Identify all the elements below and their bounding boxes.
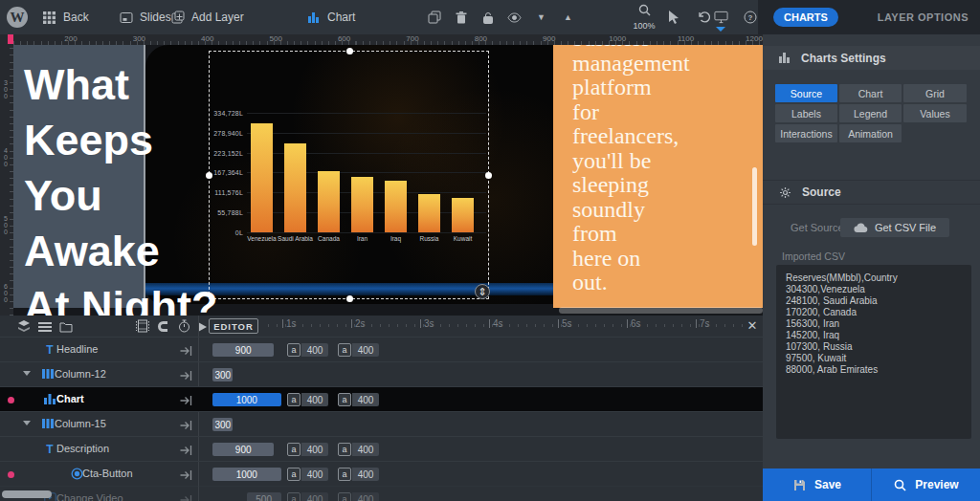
- horizontal-scrollbar-track[interactable]: [559, 307, 763, 314]
- monitor-icon[interactable]: [714, 10, 728, 24]
- jump-to-end-icon[interactable]: [180, 492, 193, 501]
- timeline-row-change-video[interactable]: Change Video500a400a400: [0, 486, 763, 501]
- slides-icon: [119, 11, 133, 25]
- duration-bar[interactable]: 1000: [212, 393, 281, 406]
- tab-grid[interactable]: Grid: [903, 84, 967, 102]
- resize-handle-right[interactable]: [485, 172, 492, 179]
- animation-chip[interactable]: a400: [338, 468, 379, 481]
- stopwatch-icon[interactable]: [178, 319, 191, 333]
- wordpress-logo-icon[interactable]: W: [7, 7, 28, 28]
- layer-options-button[interactable]: LAYER OPTIONS: [878, 0, 969, 34]
- timeline-row-description[interactable]: TDescription900a400a400: [0, 436, 763, 461]
- duration-bar[interactable]: 900: [212, 443, 274, 456]
- layer-track[interactable]: 300: [198, 412, 763, 437]
- animation-chip[interactable]: a400: [338, 492, 379, 501]
- animation-chip[interactable]: a400: [287, 443, 328, 456]
- layer-track[interactable]: 900a400a400: [198, 338, 763, 362]
- jump-to-end-icon[interactable]: [180, 393, 193, 406]
- get-csv-file-button[interactable]: Get CSV File: [840, 218, 949, 237]
- vertical-scrollbar-thumb[interactable]: [752, 167, 757, 246]
- visibility-icon[interactable]: [507, 11, 522, 25]
- duration-bar[interactable]: 300: [212, 418, 233, 431]
- layer-track[interactable]: 500a400a400: [198, 487, 763, 501]
- source-section-header[interactable]: Source: [763, 180, 980, 205]
- list-view-icon[interactable]: [38, 319, 52, 333]
- slider-revolution-editor: W Back Slides Add Layer Chart: [0, 0, 980, 501]
- timeline-row-headline[interactable]: THeadline900a400a400: [0, 337, 763, 361]
- animation-chip[interactable]: a400: [338, 343, 379, 357]
- collapse-caret-icon[interactable]: [23, 371, 31, 376]
- slides-button[interactable]: Slides: [119, 0, 171, 34]
- delete-icon[interactable]: [454, 11, 468, 25]
- tab-legend[interactable]: Legend: [839, 104, 902, 122]
- layer-name-cell[interactable]: Chart: [0, 387, 198, 412]
- animation-chip[interactable]: a400: [287, 492, 328, 501]
- folder-icon[interactable]: [59, 319, 73, 333]
- timeline-row-chart[interactable]: Chart1000a400a400: [0, 386, 763, 411]
- move-down-icon[interactable]: ▼: [534, 11, 548, 25]
- undo-icon[interactable]: [696, 10, 710, 24]
- duration-bar[interactable]: 500: [247, 492, 281, 501]
- animation-chip[interactable]: a400: [287, 343, 328, 357]
- resize-grip-icon[interactable]: ⇕: [475, 284, 490, 299]
- tab-labels[interactable]: Labels: [775, 104, 837, 122]
- jump-to-end-icon[interactable]: [180, 468, 193, 481]
- back-button[interactable]: Back: [42, 0, 89, 34]
- pointer-tool-icon[interactable]: [666, 10, 680, 24]
- move-up-icon[interactable]: ▲: [561, 11, 575, 25]
- duration-bar[interactable]: 300: [212, 368, 233, 381]
- layer-track[interactable]: 900a400a400: [198, 437, 763, 462]
- add-layer-button[interactable]: Add Layer: [170, 0, 244, 34]
- tab-values[interactable]: Values: [903, 104, 967, 122]
- resize-handle-left[interactable]: [206, 172, 212, 179]
- layer-name-cell[interactable]: THeadline: [0, 338, 198, 362]
- timeline-row-column-12[interactable]: Column-12300: [0, 361, 763, 386]
- tab-interactions[interactable]: Interactions: [775, 124, 837, 142]
- layer-track[interactable]: 1000a400a400: [198, 387, 763, 412]
- resize-handle-top[interactable]: [346, 48, 353, 54]
- layer-name-cell[interactable]: Cta-Button: [0, 462, 198, 487]
- zoom-icon: [637, 3, 652, 17]
- tab-animation[interactable]: Animation: [839, 124, 902, 142]
- layer-name-cell[interactable]: TDescription: [0, 437, 198, 462]
- get-csv-file-label: Get CSV File: [875, 222, 936, 233]
- layer-name-cell[interactable]: Column-15: [0, 412, 198, 437]
- description-panel[interactable]: business management platform for freelan…: [553, 45, 763, 308]
- save-button[interactable]: Save: [763, 468, 871, 501]
- jump-to-end-icon[interactable]: [180, 418, 193, 431]
- selection-marquee[interactable]: ⇕: [209, 51, 489, 299]
- collapse-caret-icon[interactable]: [23, 421, 31, 425]
- animation-chip[interactable]: a400: [338, 443, 379, 456]
- horizontal-scrollbar-thumb[interactable]: [2, 490, 52, 498]
- imported-csv-textarea[interactable]: Reserves(MMbbl),Country 304300,Venezuela…: [776, 265, 971, 439]
- animation-chip[interactable]: a400: [287, 393, 328, 406]
- layer-track[interactable]: 300: [198, 362, 763, 387]
- magnet-icon[interactable]: [157, 319, 170, 333]
- auto-flag: a: [287, 393, 301, 406]
- layers-icon[interactable]: [17, 319, 31, 333]
- preview-button[interactable]: Preview: [871, 468, 980, 501]
- jump-to-end-icon[interactable]: [180, 443, 193, 456]
- lock-icon[interactable]: [480, 11, 495, 25]
- tab-chart[interactable]: Chart: [839, 84, 902, 102]
- resize-handle-bottom[interactable]: [346, 295, 353, 302]
- timeline-close-icon[interactable]: ✕: [745, 318, 760, 334]
- editor-mode-button[interactable]: EDITOR: [209, 318, 258, 334]
- timeline-row-column-15[interactable]: Column-15300: [0, 411, 763, 436]
- help-icon[interactable]: ?: [743, 10, 757, 24]
- jump-to-end-icon[interactable]: [180, 343, 193, 357]
- animation-chip[interactable]: a400: [287, 468, 328, 481]
- charts-settings-header: Charts Settings: [763, 46, 980, 70]
- jump-to-end-icon[interactable]: [180, 368, 193, 381]
- duration-bar[interactable]: 1000: [212, 468, 281, 481]
- animation-chip[interactable]: a400: [338, 393, 379, 406]
- duplicate-icon[interactable]: [427, 11, 441, 25]
- timeline-row-cta-button[interactable]: Cta-Button1000a400a400: [0, 461, 763, 486]
- layer-track[interactable]: 1000a400a400: [198, 462, 763, 487]
- layer-name-cell[interactable]: Column-12: [0, 362, 198, 387]
- tab-source[interactable]: Source: [775, 84, 837, 102]
- charts-panel-button[interactable]: CHARTS: [773, 8, 838, 27]
- zoom-control[interactable]: 100%: [630, 3, 658, 31]
- filmstrip-icon[interactable]: [136, 319, 149, 333]
- duration-bar[interactable]: 900: [212, 343, 274, 357]
